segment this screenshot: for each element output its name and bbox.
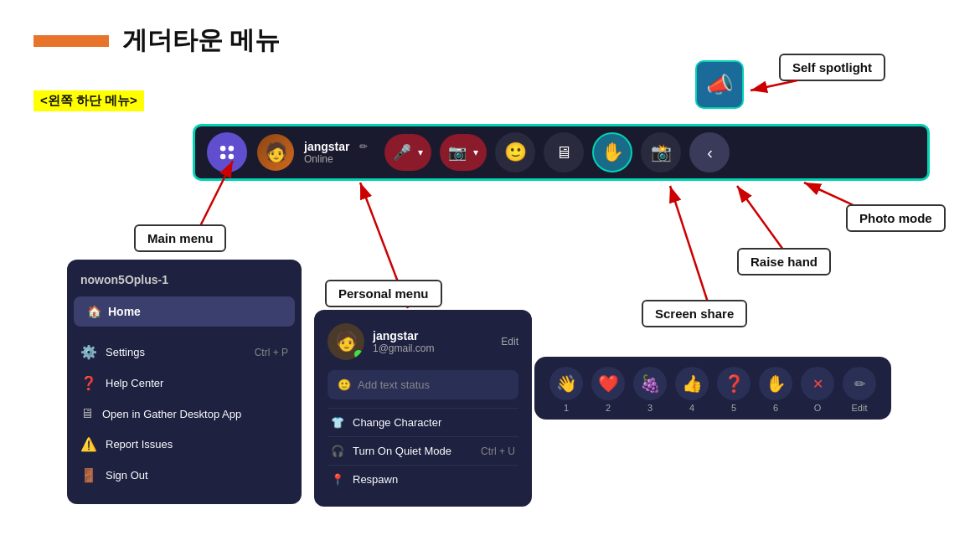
- respawn-item[interactable]: 📍 Respawn: [328, 465, 518, 493]
- change-character-item[interactable]: 👕 Change Character: [328, 408, 518, 436]
- emoji-heart[interactable]: ❤️ 2: [590, 367, 627, 413]
- home-label: Home: [108, 305, 141, 318]
- svg-point-1: [229, 146, 235, 152]
- raise-hand-button[interactable]: ✋: [592, 132, 632, 173]
- chevron-left-icon: ‹: [707, 143, 713, 162]
- svg-point-2: [220, 154, 226, 160]
- quiet-mode-item[interactable]: 🎧 Turn On Quiet Mode Ctrl + U: [328, 436, 518, 465]
- emoji-thumbsup[interactable]: 👍 4: [673, 367, 710, 413]
- personal-header: 🧑 jangstar 1@gmail.com Edit: [328, 323, 518, 360]
- toolbar: 🧑 jangstar ✏ Online 🎤 ▾ 📷 ▾ 🙂 🖥 ✋ 📸 ‹: [193, 124, 930, 181]
- quiet-mode-shortcut: Ctrl + U: [481, 445, 515, 457]
- settings-icon: ⚙️: [80, 344, 97, 360]
- emoji-num-5: 5: [731, 403, 736, 413]
- emoji-raised-hand[interactable]: ✋ 6: [757, 367, 794, 413]
- respawn-label: Respawn: [353, 473, 398, 486]
- svg-line-7: [670, 186, 710, 310]
- change-character-label: Change Character: [353, 416, 441, 429]
- menu-settings-item[interactable]: ⚙️ Settings Ctrl + P: [67, 337, 302, 368]
- mic-button[interactable]: 🎤 ▾: [384, 134, 431, 171]
- collapse-button[interactable]: ‹: [689, 132, 730, 173]
- username-label: jangstar: [304, 140, 349, 153]
- status-input-field[interactable]: 🙂 Add text status: [328, 370, 518, 399]
- online-indicator: [354, 350, 363, 358]
- desktop-icon: 🖥: [80, 406, 94, 421]
- close-icon: ✕: [801, 367, 834, 400]
- help-label: Help Center: [106, 377, 163, 389]
- report-label: Report Issues: [106, 438, 173, 451]
- desktop-label: Open in Gather Desktop App: [102, 408, 241, 420]
- emoji-num-4: 4: [689, 403, 694, 413]
- emoji-grapes[interactable]: 🍇 3: [632, 367, 668, 413]
- emoji-num-3: 3: [647, 403, 652, 413]
- signout-label: Sign Out: [106, 469, 148, 481]
- main-menu-annotation: Main menu: [134, 224, 226, 252]
- photo-mode-button[interactable]: 📸: [641, 132, 681, 173]
- megaphone-icon: 📣: [706, 72, 733, 98]
- personal-menu-annotation: Personal menu: [325, 280, 442, 307]
- edit-emoji-icon: ✏: [843, 367, 876, 400]
- screen-share-annotation: Screen share: [642, 300, 747, 327]
- smiley-status-icon: 🙂: [338, 378, 351, 391]
- menu-workspace-title: nowon5Oplus-1: [67, 273, 302, 296]
- gather-logo-button[interactable]: [207, 132, 247, 173]
- title-area: 게더타운 메뉴: [34, 23, 280, 58]
- home-icon: 🏠: [87, 305, 101, 318]
- user-info-block: jangstar ✏ Online: [304, 140, 368, 165]
- camera-icon: 📸: [651, 142, 672, 162]
- title-bar-decoration: [34, 35, 109, 47]
- signout-icon: 🚪: [80, 467, 97, 483]
- svg-point-3: [229, 154, 235, 160]
- status-label: Online: [304, 153, 368, 165]
- respawn-icon: 📍: [331, 473, 344, 486]
- emoji-question[interactable]: ❓ 5: [715, 367, 752, 413]
- emoji-wave[interactable]: 👋 1: [548, 367, 585, 413]
- photo-mode-annotation: Photo mode: [846, 204, 946, 232]
- raise-hand-annotation: Raise hand: [737, 248, 831, 276]
- shirt-icon: 👕: [331, 416, 344, 429]
- emoji-edit[interactable]: ✏ Edit: [841, 367, 878, 413]
- menu-report-item[interactable]: ⚠️ Report Issues: [67, 429, 302, 460]
- settings-shortcut: Ctrl + P: [255, 347, 288, 358]
- emoji-edit-label: Edit: [852, 403, 868, 413]
- personal-edit-button[interactable]: Edit: [501, 336, 518, 348]
- personal-avatar: 🧑: [328, 323, 364, 360]
- self-spotlight-button[interactable]: 📣: [695, 60, 744, 109]
- wave-icon: 👋: [549, 367, 583, 400]
- grapes-icon: 🍇: [633, 367, 667, 400]
- menu-help-item[interactable]: ❓ Help Center: [67, 368, 302, 399]
- raised-hand-icon: ✋: [759, 367, 792, 400]
- edit-username-icon[interactable]: ✏: [359, 141, 368, 152]
- emoji-reaction-panel: 👋 1 ❤️ 2 🍇 3 👍 4 ❓ 5 ✋ 6 ✕ O ✏ Edit: [534, 357, 891, 420]
- hand-icon: ✋: [601, 142, 624, 163]
- heart-icon: ❤️: [591, 367, 625, 400]
- page-title: 게더타운 메뉴: [122, 23, 280, 58]
- screen-icon: 🖥: [555, 143, 572, 162]
- smiley-icon: 🙂: [504, 142, 527, 163]
- screen-share-button[interactable]: 🖥: [544, 132, 584, 173]
- emoji-close[interactable]: ✕ O: [799, 367, 836, 413]
- personal-menu-panel: 🧑 jangstar 1@gmail.com Edit 🙂 Add text s…: [314, 310, 532, 507]
- settings-label: Settings: [106, 346, 145, 358]
- avatar: 🧑: [257, 134, 294, 171]
- headphones-icon: 🎧: [331, 445, 344, 457]
- cam-chevron-icon: ▾: [470, 147, 482, 158]
- camera-button[interactable]: 📷 ▾: [440, 134, 487, 171]
- question-icon: ❓: [717, 367, 750, 400]
- personal-avatar-wrapper: 🧑: [328, 323, 364, 360]
- menu-desktop-item[interactable]: 🖥 Open in Gather Desktop App: [67, 399, 302, 429]
- menu-home-button[interactable]: 🏠 Home: [74, 296, 295, 327]
- mic-chevron-icon: ▾: [415, 147, 426, 158]
- self-spotlight-annotation: Self spotlight: [779, 54, 885, 81]
- menu-signout-item[interactable]: 🚪 Sign Out: [67, 460, 302, 491]
- svg-point-0: [220, 146, 226, 152]
- personal-user-info: jangstar 1@gmail.com: [373, 329, 501, 354]
- left-label: <왼쪽 하단 메뉴>: [34, 90, 144, 111]
- emoji-num-o: O: [814, 403, 822, 413]
- main-menu-panel: nowon5Oplus-1 🏠 Home ⚙️ Settings Ctrl + …: [67, 260, 302, 504]
- mic-muted-icon: 🎤: [393, 143, 411, 162]
- svg-line-10: [750, 80, 797, 90]
- user-avatar-button[interactable]: 🧑: [255, 132, 296, 173]
- status-placeholder: Add text status: [358, 378, 430, 391]
- emoji-button[interactable]: 🙂: [495, 132, 535, 173]
